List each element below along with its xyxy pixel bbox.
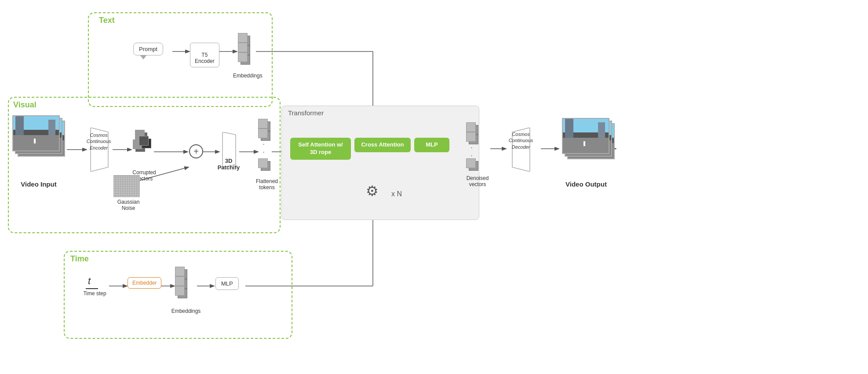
flattened-tokens-label: Flattened tokens: [252, 178, 282, 191]
gaussian-noise-box: [113, 175, 140, 197]
self-attention-label: Self Attention w/ 3D rope: [298, 141, 343, 155]
visual-section-label: Visual: [13, 100, 36, 110]
gear-icon: ⚙: [366, 183, 379, 199]
text-embedding-cubes: [238, 33, 254, 68]
time-embeddings-label: Embeddings: [171, 308, 201, 314]
text-embeddings-label: Embeddings: [233, 73, 259, 79]
transformer-mlp-label: MLP: [426, 141, 438, 148]
time-mlp-box: MLP: [215, 277, 239, 290]
text-section-label: Text: [99, 16, 115, 25]
t5-encoder-box: T5 Encoder: [190, 43, 219, 67]
diagram: Text Prompt T5 Encoder Embeddings Visual…: [0, 0, 868, 374]
video-input-label: Video Input: [12, 180, 65, 188]
output-cubes: ··: [466, 122, 482, 171]
cross-attention-btn: Cross Attention: [354, 138, 411, 152]
cosmos-encoder-label: Cosmos Continuous Encoder: [84, 132, 113, 151]
time-t-underline: [86, 288, 98, 289]
embedder-label: Embedder: [132, 280, 157, 286]
time-t-symbol: t: [88, 275, 91, 287]
cosmos-decoder-label: Cosmos Continuous Decoder: [507, 131, 535, 150]
time-step-label: Time step: [80, 290, 109, 297]
video-output-label: Video Output: [558, 180, 615, 188]
plus-circle: +: [189, 144, 203, 158]
corrupted-vectors-cubes: [133, 130, 150, 165]
transformer-box: [281, 106, 479, 220]
prompt-label: Prompt: [139, 46, 157, 52]
transformer-label: Transformer: [288, 109, 324, 117]
repeat-label: x N: [391, 190, 402, 198]
t5-encoder-label: T5 Encoder: [195, 52, 215, 64]
prompt-box: Prompt: [133, 43, 163, 55]
time-mlp-label: MLP: [221, 280, 233, 287]
self-attention-btn: Self Attention w/ 3D rope: [290, 138, 351, 160]
denoised-vectors-label: Denoised vectors: [460, 175, 495, 187]
transformer-mlp-btn: MLP: [414, 138, 449, 152]
cross-attention-label: Cross Attention: [361, 141, 404, 148]
patchify-label: 3D Patchify: [215, 158, 242, 171]
embedder-box: Embedder: [128, 277, 161, 289]
gaussian-noise-label: Gaussian Noise: [111, 199, 146, 211]
time-section-label: Time: [70, 254, 89, 264]
flattened-tokens-cubes: ···: [258, 119, 274, 172]
time-embedding-cubes: [175, 267, 191, 302]
